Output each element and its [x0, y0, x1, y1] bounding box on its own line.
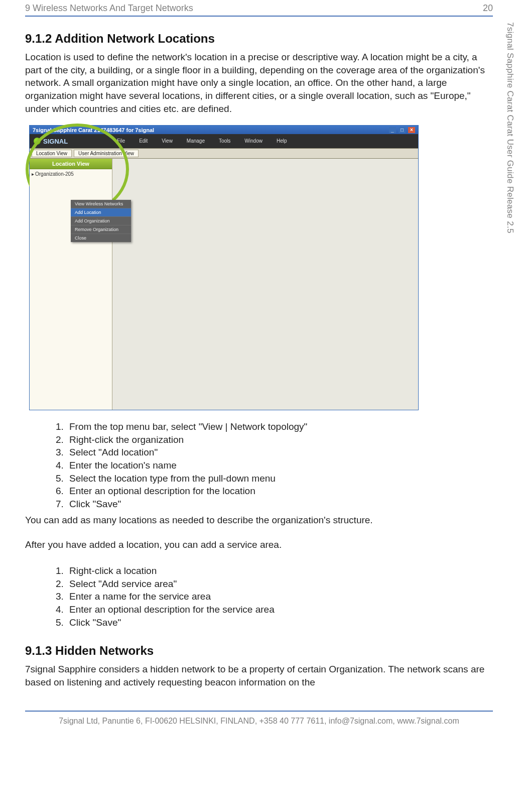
menu-view[interactable]: View: [155, 134, 180, 148]
paragraph-after-list1a: You can add as many locations as needed …: [25, 514, 493, 527]
footer-text: 7signal Ltd, Panuntie 6, FI-00620 HELSIN…: [59, 717, 459, 725]
menu-edit[interactable]: Edit: [132, 134, 155, 148]
page-footer: 7signal Ltd, Panuntie 6, FI-00620 HELSIN…: [25, 711, 493, 726]
tree-root-label: Organization-205: [35, 171, 74, 177]
maximize-icon[interactable]: □: [399, 127, 406, 133]
view-tabs: Location View User Administration View: [30, 148, 418, 159]
ctx-add-location[interactable]: Add Location: [71, 208, 131, 217]
sidebar-header: Location View: [30, 159, 112, 169]
ctx-remove-org[interactable]: Remove Organization: [71, 225, 131, 234]
menu-tools[interactable]: Tools: [212, 134, 237, 148]
heading-913: 9.1.3 Hidden Networks: [25, 644, 493, 658]
steps-add-service-area: Right-click a location Select "Add servi…: [25, 564, 493, 629]
context-menu: View Wireless Networks Add Location Add …: [71, 200, 131, 242]
org-tree: ▸ Organization-205: [30, 169, 112, 177]
window-title: 7signal Sapphire Carat 2147483647 for 7s…: [33, 127, 154, 133]
list-item: Click "Save": [66, 616, 493, 629]
sidebar: Location View ▸ Organization-205 View Wi…: [30, 159, 112, 410]
brand-text: SIGNAL: [43, 138, 68, 145]
ctx-view-wireless[interactable]: View Wireless Networks: [71, 200, 131, 208]
heading-912: 9.1.2 Addition Network Locations: [25, 32, 493, 46]
list-item: Enter an optional description for the lo…: [66, 485, 493, 498]
list-item: From the top menu bar, select "View | Ne…: [66, 420, 493, 433]
paragraph-913: 7signal Sapphire considers a hidden netw…: [25, 663, 493, 688]
list-item: Right-click a location: [66, 564, 493, 577]
list-item: Select the location type from the pull-d…: [66, 472, 493, 485]
close-icon[interactable]: ×: [408, 127, 415, 133]
menu-manage[interactable]: Manage: [180, 134, 212, 148]
list-item: Enter the location's name: [66, 459, 493, 472]
app-screenshot: 7signal Sapphire Carat 2147483647 for 7s…: [25, 125, 493, 410]
menu-help[interactable]: Help: [270, 134, 294, 148]
expand-icon[interactable]: ▸: [32, 171, 34, 177]
list-item: Select "Add service area": [66, 577, 493, 591]
work-area: Location View ▸ Organization-205 View Wi…: [30, 159, 418, 410]
running-header: 9 Wireless Networks And Target Networks …: [25, 0, 493, 17]
menu-file[interactable]: File: [110, 134, 132, 148]
tab-user-admin-view[interactable]: User Administration View: [74, 150, 139, 157]
tree-root-node[interactable]: ▸ Organization-205: [32, 171, 110, 177]
list-item: Enter an optional description for the se…: [66, 603, 493, 616]
content-pane: [112, 159, 418, 410]
ctx-add-org[interactable]: Add Organization: [71, 217, 131, 225]
list-item: Right-click the organization: [66, 433, 493, 446]
list-item: Select "Add location": [66, 446, 493, 459]
side-running-label: 7signal Sapphire Carat Carat User Guide …: [505, 22, 515, 234]
ctx-close[interactable]: Close: [71, 234, 131, 242]
signal-icon: [34, 138, 41, 145]
steps-add-location: From the top menu bar, select "View | Ne…: [25, 420, 493, 510]
tab-location-view[interactable]: Location View: [32, 150, 72, 157]
menu-window[interactable]: Window: [237, 134, 270, 148]
app-window: 7signal Sapphire Carat 2147483647 for 7s…: [29, 125, 419, 410]
paragraph-912-intro: Location is used to define the network's…: [25, 51, 493, 115]
minimize-icon[interactable]: _: [389, 127, 396, 133]
titlebar: 7signal Sapphire Carat 2147483647 for 7s…: [30, 126, 418, 134]
section-title: 9 Wireless Networks And Target Networks: [25, 3, 193, 14]
menubar: SIGNAL File Edit View Manage Tools Windo…: [30, 134, 418, 148]
brand-logo: SIGNAL: [30, 134, 110, 148]
paragraph-after-list1b: After you have added a location, you can…: [25, 538, 493, 551]
list-item: Click "Save": [66, 498, 493, 511]
page-number: 20: [483, 3, 493, 14]
list-item: Enter a name for the service area: [66, 590, 493, 603]
